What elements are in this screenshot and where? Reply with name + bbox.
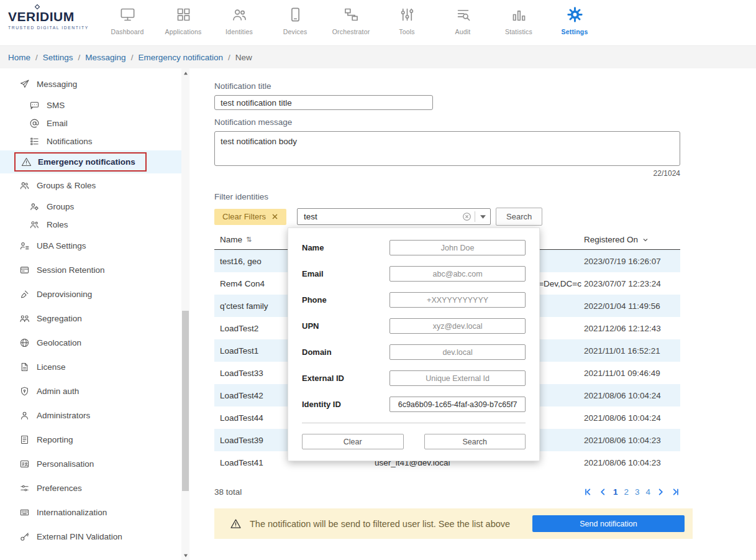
sidebar-item-label: SMS: [47, 101, 65, 110]
column-header-registered[interactable]: Registered On: [584, 235, 680, 244]
sidebar-item-preferences[interactable]: Preferences: [0, 476, 189, 500]
sidebar-item-external-pin-validation[interactable]: External PIN Validation: [0, 525, 189, 549]
nav-item-applications[interactable]: Applications: [155, 6, 211, 35]
sidebar-item-label: Roles: [47, 220, 68, 229]
page-number-2[interactable]: 2: [624, 487, 629, 497]
page-number-3[interactable]: 3: [635, 487, 640, 497]
page-number-4[interactable]: 4: [645, 487, 650, 497]
identity-search-input[interactable]: [298, 212, 458, 221]
sidebar-item-administrators[interactable]: Administrators: [0, 403, 189, 428]
first-page-button[interactable]: [583, 487, 593, 497]
sidebar-item-label: Internationalization: [37, 508, 107, 517]
cell-registered: 2021/11/01 09:46:49: [584, 369, 680, 378]
breadcrumb-item-settings[interactable]: Settings: [43, 53, 73, 62]
popup-input-upn[interactable]: [389, 318, 526, 334]
sidebar-item-deprovisioning[interactable]: Deprovisioning: [0, 282, 189, 306]
sidebar-item-notifications[interactable]: Notifications: [0, 132, 189, 150]
sidebar-item-geolocation[interactable]: Geolocation: [0, 331, 189, 355]
nav-item-devices[interactable]: Devices: [267, 6, 323, 35]
sidebar-item-emergency-notifications[interactable]: Emergency notifications: [0, 150, 189, 173]
audit-icon: [455, 6, 471, 23]
nav-item-settings[interactable]: Settings: [547, 6, 603, 35]
nav-item-label: Identities: [225, 28, 253, 35]
cell-registered: 2021/08/06 10:04:24: [584, 391, 680, 400]
sidebar-item-sms[interactable]: SMS: [0, 96, 189, 114]
breadcrumb-item-messaging[interactable]: Messaging: [85, 53, 125, 62]
sidebar-item-groups[interactable]: Groups: [0, 198, 189, 216]
key-icon: [19, 531, 30, 542]
applications-icon: [175, 6, 192, 23]
dropdown-caret-icon[interactable]: [475, 211, 490, 222]
sidebar-item-label: Preferences: [37, 484, 82, 493]
clear-filters-chip[interactable]: Clear Filters: [214, 209, 286, 225]
popup-input-domain[interactable]: [389, 344, 526, 360]
breadcrumb-item-emergency-notification[interactable]: Emergency notification: [138, 53, 223, 62]
next-page-button[interactable]: [656, 487, 665, 497]
brand-tagline: TRUSTED DIGITAL IDENTITY: [8, 25, 99, 30]
last-page-button[interactable]: [671, 487, 680, 497]
nav-item-label: Audit: [455, 28, 471, 35]
sidebar-item-label: License: [37, 362, 66, 372]
scroll-up-button[interactable]: [181, 68, 189, 78]
popup-field-label: UPN: [302, 321, 389, 331]
send-notification-button[interactable]: Send notification: [532, 515, 685, 532]
sidebar-item-personalisation[interactable]: Personalisation: [0, 452, 189, 476]
sidebar-item-label: Segregation: [37, 314, 82, 323]
popup-search-button[interactable]: Search: [424, 434, 526, 449]
sidebar-item-license[interactable]: License: [0, 355, 189, 379]
license-icon: [19, 362, 30, 372]
popup-field-domain: Domain: [302, 344, 526, 360]
sidebar-item-roles[interactable]: Roles: [0, 216, 189, 234]
sidebar-item-admin-auth[interactable]: Admin auth: [0, 379, 189, 403]
notification-message-input[interactable]: test notification body: [214, 131, 680, 166]
nav-item-orchestrator[interactable]: Orchestrator: [323, 6, 379, 35]
popup-input-identity-id[interactable]: [389, 397, 526, 412]
character-counter: 22/1024: [214, 169, 680, 178]
segregation-icon: [19, 313, 30, 324]
cell-registered: 2021/12/06 12:12:43: [584, 324, 680, 333]
warning-icon: [230, 518, 242, 530]
close-icon[interactable]: [271, 213, 278, 220]
cell-registered: 2021/08/06 10:04:24: [584, 413, 680, 423]
clear-search-icon[interactable]: [458, 212, 475, 221]
at-icon: [29, 118, 40, 129]
popup-input-email[interactable]: [389, 266, 526, 282]
breadcrumb-separator: /: [228, 53, 230, 62]
notification-title-input[interactable]: [214, 95, 433, 110]
sidebar-item-segregation[interactable]: Segregation: [0, 306, 189, 331]
group-gear-icon: [29, 201, 40, 212]
popup-clear-button[interactable]: Clear: [302, 434, 404, 449]
brand-logo[interactable]: VERIDIUM TRUSTED DIGITAL IDENTITY: [0, 0, 99, 30]
sidebar-item-email[interactable]: Email: [0, 114, 189, 132]
popup-input-phone[interactable]: [389, 292, 526, 308]
list-icon: [29, 136, 40, 147]
popup-field-name: Name: [302, 240, 526, 255]
sidebar-scrollbar[interactable]: [181, 68, 189, 560]
notification-alert: The notification will be send to filtere…: [214, 508, 693, 539]
registered-header-label: Registered On: [584, 235, 638, 244]
deprovision-icon: [19, 289, 30, 300]
popup-input-name[interactable]: [389, 240, 526, 255]
popup-buttons: Clear Search: [302, 434, 526, 449]
scrollbar-thumb[interactable]: [182, 311, 189, 491]
nav-item-statistics[interactable]: Statistics: [491, 6, 547, 35]
previous-page-button[interactable]: [598, 487, 608, 497]
sidebar-item-internationalization[interactable]: Internationalization: [0, 500, 189, 525]
sidebar-item-session-retention[interactable]: Session Retention: [0, 258, 189, 282]
search-button[interactable]: Search: [496, 208, 542, 226]
cell-registered: 2021/08/06 10:04:23: [584, 436, 680, 445]
sidebar-item-messaging[interactable]: Messaging: [0, 72, 189, 96]
sidebar-item-reporting[interactable]: Reporting: [0, 428, 189, 452]
popup-input-external-id[interactable]: [389, 370, 526, 386]
nav-item-identities[interactable]: Identities: [211, 6, 267, 35]
nav-item-dashboard[interactable]: Dashboard: [99, 6, 155, 35]
nav-item-audit[interactable]: Audit: [435, 6, 491, 35]
scroll-down-button[interactable]: [181, 551, 189, 560]
page-number-1[interactable]: 1: [613, 487, 618, 497]
nav-item-tools[interactable]: Tools: [379, 6, 435, 35]
breadcrumb-item-home[interactable]: Home: [8, 53, 30, 62]
popup-field-identity-id: Identity ID: [302, 397, 526, 412]
identities-icon: [231, 6, 248, 23]
sidebar-item-uba-settings[interactable]: UBA Settings: [0, 234, 189, 258]
sidebar-item-groups-roles[interactable]: Groups & Roles: [0, 173, 189, 198]
